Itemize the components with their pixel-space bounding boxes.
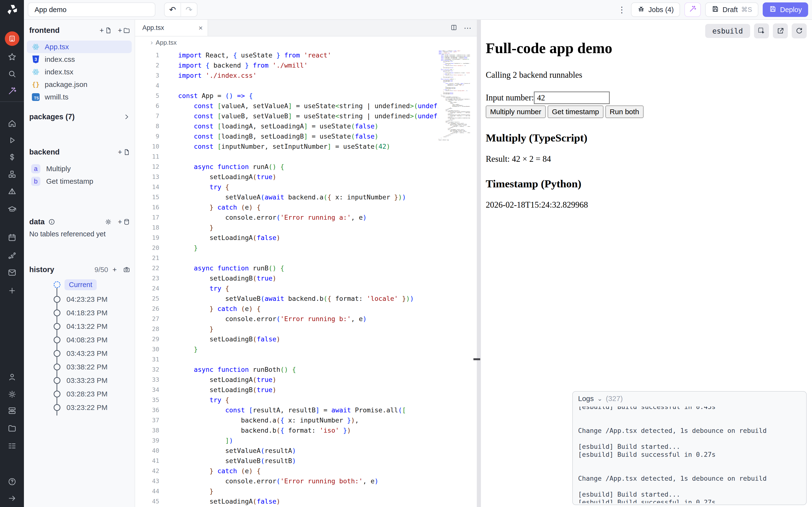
history-entry-7[interactable]: 03:28:23 PM bbox=[24, 387, 135, 401]
sidebar-folder-icon[interactable] bbox=[7, 423, 17, 434]
sidebar-search-icon[interactable] bbox=[7, 68, 17, 79]
code-line-19[interactable]: 19 setLoadingA(false) bbox=[135, 232, 438, 243]
code-line-39[interactable]: 39 ]) bbox=[135, 435, 438, 445]
add-runnable-button[interactable]: + bbox=[118, 148, 130, 156]
code-line-27[interactable]: 27 console.error('Error running b:', e) bbox=[135, 314, 438, 324]
more-menu-button[interactable]: ⋮ bbox=[617, 5, 627, 14]
runnable-a[interactable]: aMultiply bbox=[24, 163, 135, 175]
logs-chevron-icon[interactable]: ⌄ bbox=[597, 395, 603, 402]
file-wmill-ts[interactable]: TSwmill.ts bbox=[24, 91, 135, 103]
code-line-11[interactable]: 11 bbox=[135, 151, 438, 162]
close-tab-icon[interactable]: × bbox=[198, 24, 203, 32]
code-line-44[interactable]: 44 } bbox=[135, 486, 438, 496]
file-app-tsx[interactable]: App.tsx bbox=[27, 41, 132, 53]
file-package-json[interactable]: {}package.json bbox=[24, 78, 135, 91]
info-icon[interactable] bbox=[48, 218, 55, 225]
code-line-8[interactable]: 8 const [loadingA, setLoadingA] = useSta… bbox=[135, 121, 438, 131]
code-line-14[interactable]: 14 try { bbox=[135, 182, 438, 192]
code-line-10[interactable]: 10 const [inputNumber, setInputNumber] =… bbox=[135, 141, 438, 151]
code-line-9[interactable]: 9 const [loadingB, setLoadingB] = useSta… bbox=[135, 131, 438, 141]
code-line-23[interactable]: 23 setLoadingB(true) bbox=[135, 273, 438, 283]
add-table-button[interactable]: + bbox=[118, 218, 130, 226]
sidebar-wand-icon[interactable] bbox=[7, 86, 17, 96]
sidebar-arrowr-icon[interactable] bbox=[7, 493, 17, 504]
history-entry-2[interactable]: 04:13:22 PM bbox=[24, 320, 135, 333]
minimap[interactable]: import React, { useState } from 'react'i… bbox=[439, 50, 470, 507]
packages-section-header[interactable]: packages (7) bbox=[24, 111, 135, 123]
code-line-38[interactable]: 38 backend.b({ format: 'iso' }) bbox=[135, 425, 438, 435]
sidebar-calendar-icon[interactable] bbox=[7, 232, 17, 243]
code-line-25[interactable]: 25 setValueB(await backend.b({ format: '… bbox=[135, 293, 438, 303]
code-line-15[interactable]: 15 setValueA(await backend.a({ x: inputN… bbox=[135, 192, 438, 202]
code-line-24[interactable]: 24 try { bbox=[135, 283, 438, 293]
tab-app-tsx[interactable]: App.tsx × bbox=[135, 20, 208, 36]
data-settings-button[interactable] bbox=[105, 218, 112, 225]
preview-button-multiply-number[interactable]: Multiply number bbox=[486, 106, 546, 118]
redo-button[interactable]: ↷ bbox=[181, 3, 197, 16]
editor-more-icon[interactable]: ⋯ bbox=[464, 23, 471, 33]
sidebar-help-icon[interactable] bbox=[7, 476, 17, 487]
code-line-7[interactable]: 7 const [valueB, setValueB] = useState<s… bbox=[135, 111, 438, 121]
inspect-element-button[interactable] bbox=[754, 23, 769, 38]
undo-button[interactable]: ↶ bbox=[164, 3, 181, 16]
code-line-45[interactable]: 45 setLoadingA(false) bbox=[135, 496, 438, 506]
code-area[interactable]: 1import React, { useState } from 'react'… bbox=[135, 49, 477, 507]
app-name-input[interactable]: App demo bbox=[28, 2, 155, 17]
code-line-41[interactable]: 41 setValueB(resultB) bbox=[135, 456, 438, 466]
deploy-button[interactable]: Deploy bbox=[763, 2, 808, 17]
code-line-36[interactable]: 36 const [resultA, resultB] = await Prom… bbox=[135, 405, 438, 415]
code-line-37[interactable]: 37 backend.a({ x: inputNumber }), bbox=[135, 415, 438, 425]
windmill-logo-icon[interactable] bbox=[6, 3, 18, 16]
number-input[interactable] bbox=[534, 92, 610, 104]
camera-icon[interactable] bbox=[123, 266, 130, 273]
breadcrumb[interactable]: › App.tsx bbox=[135, 37, 477, 49]
add-file-button[interactable]: + bbox=[100, 26, 112, 35]
history-entry-8[interactable]: 03:23:22 PM bbox=[24, 401, 135, 414]
code-line-20[interactable]: 20 } bbox=[135, 243, 438, 253]
history-entry-5[interactable]: 03:38:22 PM bbox=[24, 360, 135, 374]
draft-button[interactable]: Draft ⌘S bbox=[705, 2, 758, 17]
sidebar-mail-icon[interactable] bbox=[7, 267, 17, 278]
history-current[interactable]: Current bbox=[24, 277, 135, 293]
sidebar-star-icon[interactable] bbox=[7, 52, 17, 62]
sidebar-workers-icon[interactable] bbox=[7, 405, 17, 416]
logs-title[interactable]: Logs bbox=[578, 394, 594, 403]
code-line-34[interactable]: 34 setLoadingB(true) bbox=[135, 385, 438, 395]
code-line-4[interactable]: 4 bbox=[135, 80, 438, 91]
panel-resize-handle[interactable] bbox=[473, 358, 480, 360]
sidebar-home-icon[interactable] bbox=[7, 118, 17, 129]
code-line-33[interactable]: 33 setLoadingA(true) bbox=[135, 375, 438, 385]
sidebar-play-icon[interactable] bbox=[7, 135, 17, 146]
history-entry-4[interactable]: 03:43:23 PM bbox=[24, 347, 135, 360]
code-line-35[interactable]: 35 try { bbox=[135, 395, 438, 405]
panel-divider[interactable] bbox=[477, 20, 481, 507]
code-line-1[interactable]: 1import React, { useState } from 'react' bbox=[135, 50, 438, 60]
history-entry-1[interactable]: 04:18:23 PM bbox=[24, 306, 135, 320]
ai-wand-button[interactable] bbox=[684, 2, 701, 17]
code-line-29[interactable]: 29 setLoadingB(false) bbox=[135, 334, 438, 344]
sidebar-workspace-icon[interactable] bbox=[5, 32, 19, 46]
code-line-13[interactable]: 13 setLoadingA(true) bbox=[135, 172, 438, 182]
code-line-43[interactable]: 43 console.error('Error running both:', … bbox=[135, 476, 438, 486]
code-line-21[interactable]: 21 bbox=[135, 253, 438, 263]
sidebar-cubes-icon[interactable] bbox=[7, 169, 17, 180]
file-index-tsx[interactable]: index.tsx bbox=[24, 66, 135, 78]
sidebar-pyramid-icon[interactable] bbox=[7, 186, 17, 197]
file-index-css[interactable]: 3index.css bbox=[24, 53, 135, 66]
jobs-button[interactable]: Jobs (4) bbox=[631, 2, 680, 17]
code-line-42[interactable]: 42 } catch (e) { bbox=[135, 466, 438, 476]
code-line-5[interactable]: 5const App = () => { bbox=[135, 91, 438, 101]
add-snapshot-button[interactable]: + bbox=[112, 266, 117, 274]
sidebar-gear-icon[interactable] bbox=[7, 389, 17, 400]
code-line-26[interactable]: 26 } catch (e) { bbox=[135, 303, 438, 314]
code-line-17[interactable]: 17 console.error('Error running a:', e) bbox=[135, 212, 438, 222]
history-entry-3[interactable]: 04:08:23 PM bbox=[24, 333, 135, 347]
sidebar-person-icon[interactable] bbox=[7, 372, 17, 382]
history-entry-6[interactable]: 03:33:23 PM bbox=[24, 374, 135, 387]
logs-scroll[interactable]: [esbuild] Build successful in 0.45s Chan… bbox=[578, 406, 802, 503]
history-entry-0[interactable]: 04:23:23 PM bbox=[24, 293, 135, 306]
code-line-22[interactable]: 22 async function runB() { bbox=[135, 263, 438, 273]
sidebar-listdots-icon[interactable] bbox=[7, 441, 17, 451]
sidebar-dollar-icon[interactable] bbox=[7, 152, 17, 163]
sidebar-gradcap-icon[interactable] bbox=[7, 204, 17, 215]
